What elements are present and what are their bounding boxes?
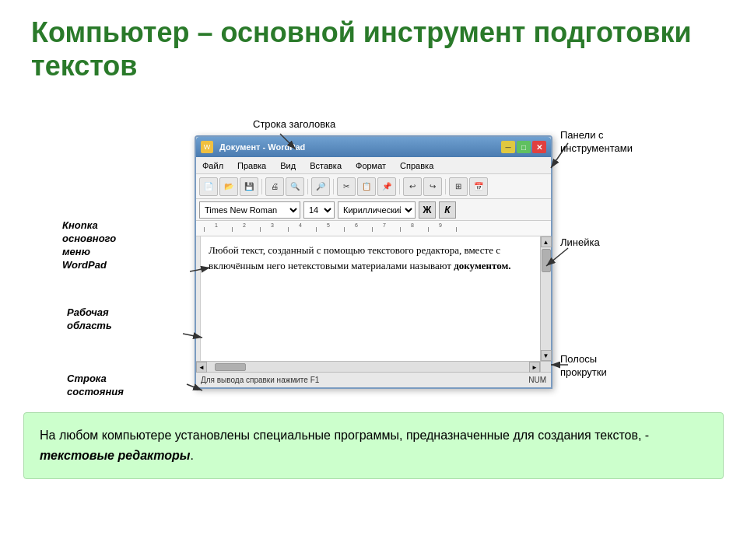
encoding-select[interactable]: Кириллический [338, 201, 416, 219]
open-button[interactable]: 📂 [219, 177, 238, 196]
status-bar: Для вывода справки нажмите F1 NUM [196, 372, 551, 387]
sep1 [261, 179, 262, 194]
print-button[interactable]: 🖨 [265, 177, 284, 196]
document-text[interactable]: Любой текст, созданный с помощью текстов… [201, 236, 540, 361]
diagram-area: W Документ - WordPad ─ □ ✕ Файл Правка В… [23, 96, 724, 400]
menu-format[interactable]: Формат [352, 159, 389, 172]
maximize-button[interactable]: □ [517, 141, 531, 153]
format-bar: Times New Roman 14 Кириллический Ж К [196, 199, 551, 221]
copy-button[interactable]: 📋 [357, 177, 376, 196]
scroll-right-button[interactable]: ► [529, 362, 540, 373]
font-size-select[interactable]: 14 [303, 201, 335, 219]
save-button[interactable]: 💾 [240, 177, 258, 196]
page-container: Компьютер – основной инструмент подготов… [0, 0, 747, 560]
window-menubar: Файл Правка Вид Вставка Формат Справка [196, 157, 551, 174]
cut-button[interactable]: ✂ [337, 177, 356, 196]
vertical-scrollbar[interactable]: ▲ ▼ [540, 236, 551, 361]
sep3 [333, 179, 334, 194]
annotation-titlebar: Строка заголовка [253, 118, 335, 131]
preview-button[interactable]: 🔍 [286, 177, 304, 196]
document-content: Любой текст, созданный с помощью текстов… [209, 244, 511, 271]
annotation-ruler: Линейка [560, 236, 600, 250]
sep4 [399, 179, 400, 194]
bottom-text-end: . [190, 449, 193, 462]
menu-help[interactable]: Справка [397, 159, 437, 172]
minimize-button[interactable]: ─ [501, 141, 515, 153]
menu-edit[interactable]: Правка [234, 159, 269, 172]
paste-button[interactable]: 📌 [377, 177, 396, 196]
font-select[interactable]: Times New Roman [199, 201, 300, 219]
menu-insert[interactable]: Вставка [307, 159, 345, 172]
scroll-down-button[interactable]: ▼ [541, 350, 552, 361]
horizontal-scrollbar-area: ◄ ► [196, 361, 551, 372]
bottom-box: На любом компьютере установлены специаль… [23, 412, 724, 478]
window-controls: ─ □ ✕ [501, 141, 546, 153]
annotation-tools-panel: Панели с инструментами [560, 129, 633, 156]
horizontal-scrollbar[interactable] [207, 362, 529, 372]
bold-button[interactable]: Ж [419, 201, 436, 219]
bottom-text-highlight: текстовые редакторы [40, 449, 190, 462]
annotation-scrollbars: Полосы прокрутки [560, 353, 607, 380]
ruler: 1 2 3 4 5 6 7 8 9 [196, 221, 551, 236]
wordpad-icon: W [201, 141, 213, 153]
status-num: NUM [528, 376, 546, 384]
insert-date-button[interactable]: 📅 [469, 177, 488, 196]
scroll-left-button[interactable]: ◄ [196, 362, 207, 373]
window-title: Документ - WordPad [216, 142, 498, 152]
annotation-statusbar: Строка состояния [67, 373, 124, 399]
annotation-workspace: Рабочая область [67, 306, 112, 333]
redo-button[interactable]: ↪ [423, 177, 442, 196]
wordpad-window: W Документ - WordPad ─ □ ✕ Файл Правка В… [195, 135, 552, 389]
menu-view[interactable]: Вид [277, 159, 299, 172]
undo-button[interactable]: ↩ [403, 177, 422, 196]
close-button[interactable]: ✕ [532, 141, 546, 153]
window-toolbar: 📄 📂 💾 🖨 🔍 🔎 ✂ 📋 📌 ↩ ↪ ⊞ 📅 [196, 174, 551, 199]
annotation-main-menu: Кнопка основного меню WordPad [62, 219, 116, 272]
status-text: Для вывода справки нажмите F1 [201, 376, 319, 384]
sep5 [445, 179, 446, 194]
window-titlebar: W Документ - WordPad ─ □ ✕ [196, 137, 551, 157]
sep2 [307, 179, 308, 194]
insert-object-button[interactable]: ⊞ [449, 177, 468, 196]
find-button[interactable]: 🔎 [311, 177, 330, 196]
scroll-thumb-v[interactable] [542, 249, 551, 272]
scroll-thumb-h[interactable] [215, 363, 246, 371]
scroll-up-button[interactable]: ▲ [541, 236, 552, 247]
menu-file[interactable]: Файл [199, 159, 226, 172]
page-title: Компьютер – основной инструмент подготов… [31, 16, 724, 82]
italic-button[interactable]: К [439, 201, 456, 219]
content-area: Любой текст, созданный с помощью текстов… [196, 236, 551, 361]
new-button[interactable]: 📄 [199, 177, 218, 196]
bottom-text-normal: На любом компьютере установлены специаль… [40, 429, 649, 442]
